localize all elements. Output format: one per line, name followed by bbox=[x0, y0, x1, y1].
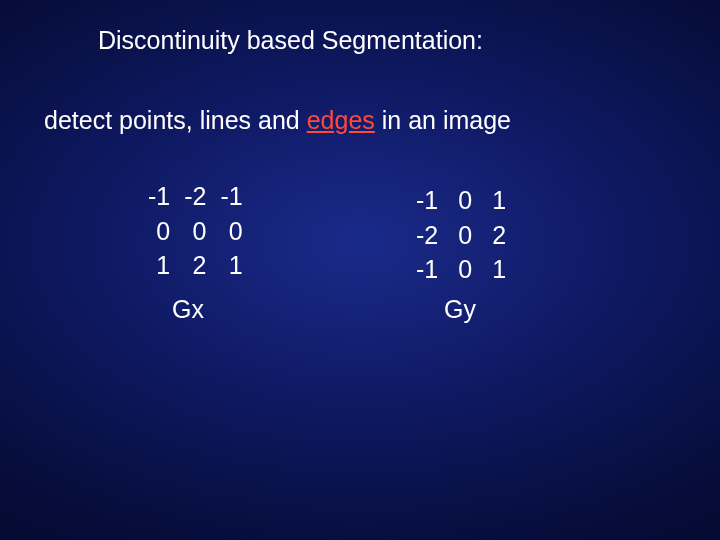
subtitle-edges: edges bbox=[307, 106, 375, 134]
gx-label: Gx bbox=[172, 295, 204, 324]
table-row: -1 0 1 bbox=[410, 253, 512, 286]
table-row: 0 0 0 bbox=[142, 215, 249, 248]
gy-cell: 1 bbox=[480, 253, 512, 286]
gx-cell: 0 bbox=[142, 215, 176, 248]
gx-cell: 0 bbox=[214, 215, 248, 248]
gy-cell: -1 bbox=[410, 184, 444, 217]
subtitle-post: in an image bbox=[375, 106, 511, 134]
slide: Discontinuity based Segmentation: detect… bbox=[0, 0, 720, 540]
gy-label: Gy bbox=[444, 295, 476, 324]
gy-cell: 1 bbox=[480, 184, 512, 217]
gx-cell: 1 bbox=[142, 249, 176, 282]
subtitle-pre: detect points, lines and bbox=[44, 106, 307, 134]
gy-cell: 0 bbox=[446, 184, 478, 217]
slide-subtitle: detect points, lines and edges in an ima… bbox=[44, 106, 511, 135]
gx-cell: 2 bbox=[178, 249, 212, 282]
gy-cell: 2 bbox=[480, 219, 512, 252]
gx-cell: 0 bbox=[178, 215, 212, 248]
gx-matrix: -1 -2 -1 0 0 0 1 2 1 bbox=[140, 178, 251, 284]
gx-cell: -2 bbox=[178, 180, 212, 213]
gy-cell: 0 bbox=[446, 219, 478, 252]
gx-cell: -1 bbox=[142, 180, 176, 213]
gx-cell: 1 bbox=[214, 249, 248, 282]
table-row: 1 2 1 bbox=[142, 249, 249, 282]
slide-title: Discontinuity based Segmentation: bbox=[98, 26, 483, 55]
table-row: -1 0 1 bbox=[410, 184, 512, 217]
table-row: -1 -2 -1 bbox=[142, 180, 249, 213]
gy-cell: 0 bbox=[446, 253, 478, 286]
gy-matrix: -1 0 1 -2 0 2 -1 0 1 bbox=[408, 182, 514, 288]
gy-cell: -1 bbox=[410, 253, 444, 286]
gy-cell: -2 bbox=[410, 219, 444, 252]
table-row: -2 0 2 bbox=[410, 219, 512, 252]
gx-cell: -1 bbox=[214, 180, 248, 213]
